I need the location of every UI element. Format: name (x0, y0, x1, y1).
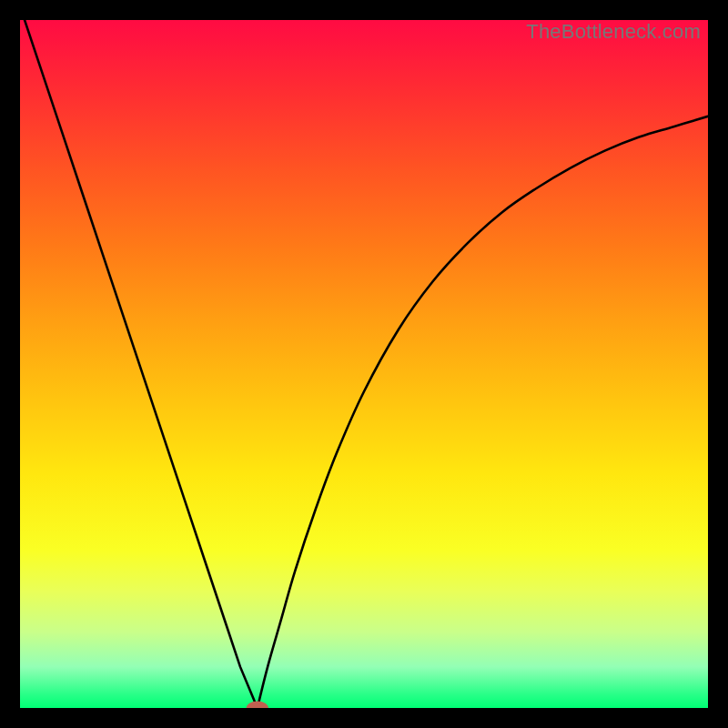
bottleneck-curve (20, 20, 708, 708)
plot-area: TheBottleneck.com (20, 20, 708, 708)
watermark-text: TheBottleneck.com (526, 20, 701, 44)
chart-frame: TheBottleneck.com (0, 0, 728, 728)
curve-svg (20, 20, 708, 708)
minimum-marker (247, 701, 268, 708)
